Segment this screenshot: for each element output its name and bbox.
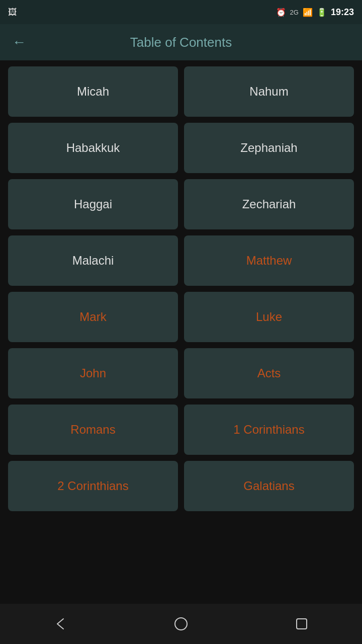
book-button-zephaniah[interactable]: Zephaniah [184,123,354,173]
battery-icon: 🔋 [317,8,327,17]
book-button-acts[interactable]: Acts [184,348,354,398]
book-button-nahum[interactable]: Nahum [184,66,354,117]
nav-recents-button[interactable] [287,609,317,639]
book-button-john[interactable]: John [8,348,178,398]
book-button-galatians[interactable]: Galatians [184,461,354,511]
status-time: 19:23 [331,7,354,18]
back-button[interactable]: ← [12,34,26,50]
header: ← Table of Contents [0,24,362,60]
svg-rect-1 [297,619,307,629]
book-button-luke[interactable]: Luke [184,292,354,342]
book-button-romans[interactable]: Romans [8,405,178,455]
image-icon: 🖼 [8,7,17,18]
status-bar: 🖼 ⏰ 2G 📶 🔋 19:23 [0,0,362,24]
bottom-nav [0,604,362,644]
signal-bars-icon: 📶 [303,8,313,17]
nav-home-button[interactable] [166,609,196,639]
book-button-1-corinthians[interactable]: 1 Corinthians [184,405,354,455]
svg-point-0 [175,618,187,630]
signal-2g-icon: 2G [290,9,299,16]
book-grid: MicahNahumHabakkukZephaniahHaggaiZechari… [0,60,362,604]
book-button-malachi[interactable]: Malachi [8,235,178,286]
book-button-matthew[interactable]: Matthew [184,235,354,286]
alarm-icon: ⏰ [276,8,286,17]
page-title: Table of Contents [36,35,326,50]
book-button-2-corinthians[interactable]: 2 Corinthians [8,461,178,511]
book-button-zechariah[interactable]: Zechariah [184,179,354,229]
book-button-habakkuk[interactable]: Habakkuk [8,123,178,173]
book-button-mark[interactable]: Mark [8,292,178,342]
nav-back-button[interactable] [45,609,75,639]
book-button-haggai[interactable]: Haggai [8,179,178,229]
book-button-micah[interactable]: Micah [8,66,178,117]
